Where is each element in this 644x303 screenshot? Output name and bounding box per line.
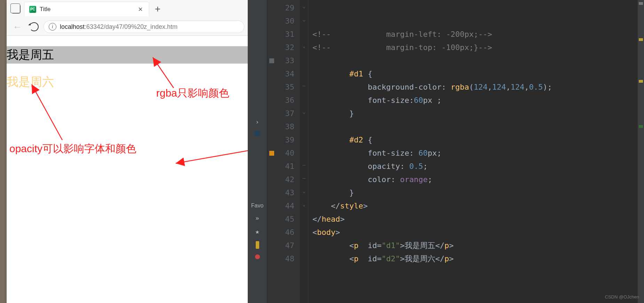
tab-title: Title <box>40 6 133 13</box>
url-text: localhost:63342/day47/09%20z_index.htm <box>60 23 177 31</box>
svg-line-1 <box>32 84 62 140</box>
tool-marker-icon <box>255 131 260 136</box>
paragraph-d1: 我是周五 <box>7 46 248 64</box>
problems-tool-icon[interactable] <box>255 254 260 259</box>
new-tab-button[interactable]: + <box>151 3 165 15</box>
reload-button[interactable] <box>30 22 39 31</box>
toolbar: ← i localhost:63342/day47/09%20z_index.h… <box>7 18 248 35</box>
browser-chrome: PC Title × + ← i localhost:63342/day47/0… <box>7 0 248 36</box>
tabs-overview-icon[interactable] <box>11 5 21 14</box>
close-icon[interactable]: × <box>137 5 144 14</box>
chevron-expand-icon[interactable]: » <box>255 214 259 222</box>
browser-window: PC Title × + ← i localhost:63342/day47/0… <box>7 0 248 303</box>
chevron-right-icon[interactable]: › <box>255 118 259 125</box>
scrollbar[interactable] <box>638 0 644 303</box>
line-gutter: 2930313233343536373839404142434445464748 <box>267 0 299 303</box>
favorites-tool-label[interactable]: Favo <box>251 203 264 209</box>
address-bar[interactable]: i localhost:63342/day47/09%20z_index.htm <box>43 21 244 33</box>
code-area[interactable]: <!-- margin-left: -200px;--><!-- margin-… <box>308 0 644 303</box>
page-viewport: 我是周五 我是周六 rgba只影响颜色 opacity可以影响字体和颜色 <box>7 36 248 303</box>
browser-tab[interactable]: PC Title × <box>24 2 149 16</box>
structure-tool-icon[interactable] <box>256 241 259 249</box>
fold-column: ⌄⌄⌄–⌄––⌄⌄ <box>299 0 308 303</box>
tab-strip: PC Title × + <box>7 0 248 18</box>
back-button: ← <box>10 22 25 32</box>
paragraph-d2: 我是周六 <box>7 74 248 90</box>
star-icon: ★ <box>255 227 259 236</box>
site-info-icon[interactable]: i <box>49 23 56 31</box>
favicon-icon: PC <box>29 6 36 13</box>
annotation-opacity: opacity可以影响字体和颜色 <box>9 142 136 156</box>
ide-tool-strip: › Favo » ★ <box>248 0 267 303</box>
ide-editor: › Favo » ★ 29303132333435363738394041424… <box>248 0 644 303</box>
watermark: CSDN @OJchen <box>605 294 639 300</box>
